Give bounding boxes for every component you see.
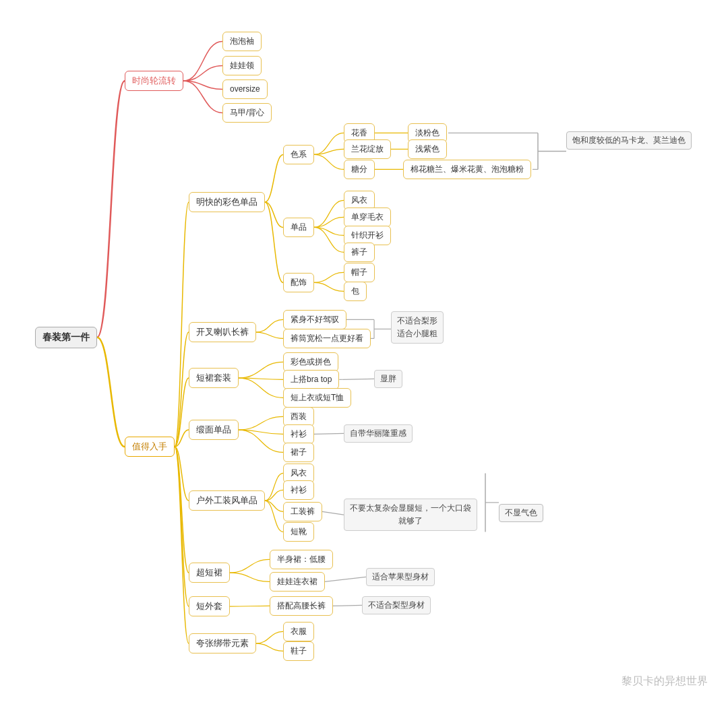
node-color-system: 色系	[283, 145, 314, 164]
node-items: 单品	[283, 218, 314, 237]
node-satin-c2: 衬衫	[283, 424, 314, 444]
node-miniskirt-c1: 半身裙：低腰	[270, 550, 333, 569]
node-skirtset-annotation: 显胖	[374, 370, 402, 388]
node-flared-annotation: 不适合梨形适合小腿粗	[391, 311, 444, 344]
node-color-sugar-detail: 棉花糖兰、爆米花黄、泡泡糖粉	[403, 160, 531, 179]
node-satin-c1: 西装	[283, 407, 314, 426]
node-fashion: 时尚轮流转	[125, 71, 183, 91]
node-ribbon-c2: 鞋子	[283, 641, 314, 661]
node-flared: 开叉喇叭长裤	[189, 322, 256, 342]
node-items-mayi: 单穿毛衣	[344, 208, 391, 227]
node-fashion-c1: 泡泡袖	[222, 32, 262, 51]
node-short-jacket: 短外套	[189, 596, 230, 616]
node-satin-annotation: 自带华丽隆重感	[344, 424, 413, 443]
node-color-lanhua: 兰花绽放	[344, 139, 391, 159]
node-flared-c1: 紧身不好驾驭	[283, 310, 346, 329]
node-ribbon-c1: 衣服	[283, 622, 314, 641]
mindmap-container: 春装第一件 时尚轮流转 泡泡袖 娃娃领 oversize 马甲/背心 值得入手 …	[0, 0, 728, 702]
svg-line-14	[333, 605, 362, 606]
node-shortjacket-annotation: 不适合梨型身材	[362, 596, 431, 614]
node-outdoor-annotation2: 不显气色	[499, 504, 543, 522]
node-fashion-c2: 娃娃领	[222, 56, 262, 75]
node-outdoor-annotation1: 不要太复杂会显腿短，一个大口袋就够了	[344, 499, 477, 531]
node-worth: 值得入手	[125, 437, 175, 457]
svg-line-9	[314, 433, 344, 434]
node-items-kuzi: 裤子	[344, 243, 375, 262]
node-root: 春装第一件	[35, 327, 97, 348]
watermark: 黎贝卡的异想世界	[621, 674, 708, 689]
node-miniskirt: 超短裙	[189, 563, 230, 583]
node-ribbon: 夸张绑带元素	[189, 633, 256, 653]
node-skirtset-c3: 短上衣或短T恤	[283, 388, 351, 408]
node-miniskirt-c2: 娃娃连衣裙	[270, 572, 325, 592]
node-outdoor-c3: 工装裤	[283, 502, 322, 521]
node-accessory: 配饰	[283, 273, 314, 292]
node-shortjacket-c1: 搭配高腰长裤	[270, 596, 333, 616]
node-fashion-c4: 马甲/背心	[222, 103, 272, 123]
svg-line-8	[339, 379, 374, 379]
node-outdoor-c2: 衬衫	[283, 480, 314, 500]
node-color-qianzi: 浅紫色	[408, 139, 447, 159]
node-skirt-set: 短裙套装	[189, 368, 239, 388]
svg-line-10	[322, 511, 344, 515]
node-color-tangfen: 糖分	[344, 160, 375, 179]
node-accessory-hat: 帽子	[344, 263, 375, 282]
node-color-annotation: 饱和度较低的马卡龙、莫兰迪色	[566, 131, 692, 150]
node-outdoor: 户外工装风单品	[189, 490, 265, 511]
node-accessory-bag: 包	[344, 282, 367, 301]
node-skirtset-c1: 彩色或拼色	[283, 352, 338, 372]
node-outdoor-c4: 短靴	[283, 522, 314, 542]
node-satin-c3: 裙子	[283, 443, 314, 462]
node-flared-c2: 裤筒宽松一点更好看	[283, 329, 371, 348]
node-colorful: 明快的彩色单品	[189, 192, 265, 212]
node-miniskirt-annotation: 适合苹果型身材	[366, 568, 435, 586]
node-satin: 缎面单品	[189, 420, 239, 440]
node-skirtset-c2: 上搭bra top	[283, 370, 339, 389]
svg-line-13	[325, 577, 366, 581]
node-fashion-c3: oversize	[222, 79, 268, 99]
